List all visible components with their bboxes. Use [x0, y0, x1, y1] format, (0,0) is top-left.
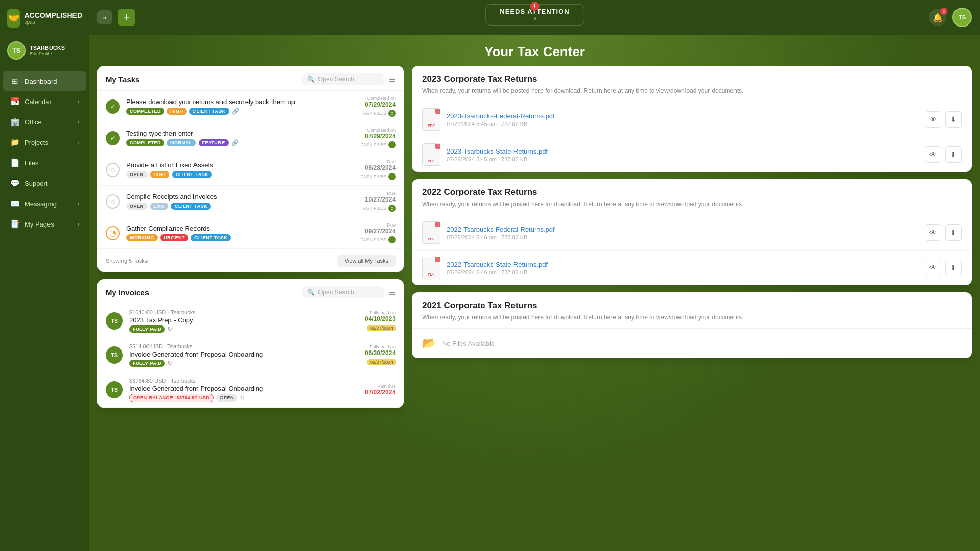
no-files-label: No Files Available [442, 340, 495, 347]
download-pdf-button[interactable]: ⬇ [945, 111, 962, 128]
task-files-count: 0 [388, 236, 396, 243]
inv-date: 06/30/2024 [365, 349, 396, 357]
logo-icon: 🤝 [7, 9, 20, 28]
task-content: Testing type then enter COMPLETED NORMAL… [126, 130, 355, 146]
inv-tags: FULLY PAID ↻ [129, 325, 359, 333]
attention-dot: ! [530, 2, 540, 11]
table-row: ○ Compile Receipts and Invoices OPEN LOW… [97, 186, 404, 217]
filter-icon[interactable]: ⚌ [389, 75, 396, 83]
inv-avatar: TS [106, 346, 123, 364]
office-icon: 🏢 [10, 117, 19, 127]
invoices-card-header: My Invoices 🔍 Open Search ⚌ [97, 279, 404, 304]
list-item: TS $514.80 USD · Tsarbucks Invoice Gener… [97, 338, 404, 372]
my-invoices-card: My Invoices 🔍 Open Search ⚌ TS $1040.00 … [97, 279, 404, 408]
task-check-open[interactable]: ○ [106, 194, 120, 209]
download-pdf-button[interactable]: ⬇ [945, 224, 962, 241]
sidebar-item-projects[interactable]: 📁 Projects › [3, 133, 86, 152]
view-all-tasks-button[interactable]: View all My Tasks [337, 255, 396, 267]
pdf-name: 2023-Tsarbucks-State-Returns.pdf [447, 147, 919, 155]
task-date: 10/27/2024 [361, 196, 396, 203]
tag-completed: COMPLETED [126, 139, 164, 146]
view-pdf-button[interactable]: 👁 [925, 146, 941, 163]
sidebar-item-files[interactable]: 📄 Files [3, 153, 86, 172]
inv-date-label: Past due [365, 384, 396, 389]
logo-area: 🤝 ACCOMPLISHED cpas [0, 0, 89, 35]
pdf-icon: PDF [422, 143, 440, 166]
task-files-label: TASK FILES [361, 111, 386, 116]
task-content: Gather Compliance Records WORKING URGENT… [126, 224, 355, 241]
inv-right: Fully paid on 06/30/2024 06/27/2024 [365, 344, 396, 366]
download-pdf-button[interactable]: ⬇ [945, 260, 962, 276]
chevron-right-icon: › [78, 201, 79, 207]
sidebar-item-mypages[interactable]: 📑 My Pages › [3, 214, 86, 234]
pdf-name: 2023-Tsarbucks-Federal-Returns.pdf [447, 112, 919, 120]
view-pdf-button[interactable]: 👁 [925, 111, 941, 128]
invoices-search[interactable]: 🔍 Open Search [302, 286, 384, 298]
task-check-working[interactable]: ◔ [106, 226, 120, 240]
sidebar-item-label: Support [24, 180, 79, 187]
task-date: 07/29/2024 [361, 133, 396, 140]
download-pdf-button[interactable]: ⬇ [945, 146, 962, 163]
table-row: ✓ Testing type then enter COMPLETED NORM… [97, 122, 404, 154]
task-check-completed[interactable]: ✓ [106, 131, 120, 145]
sidebar-item-label: Projects [24, 139, 72, 146]
task-check-completed[interactable]: ✓ [106, 99, 120, 114]
brand-sub: cpas [24, 19, 82, 26]
inv-name: Invoice Generated from Proposal Onboardi… [129, 350, 359, 358]
files-icon: 📄 [10, 158, 19, 167]
tasks-search[interactable]: 🔍 Open Search [302, 73, 384, 85]
task-files-count: 0 [388, 173, 396, 180]
inv-date-sub: 06/27/2024 [368, 359, 396, 365]
notification-button[interactable]: 🔔 2 [929, 9, 946, 26]
tag-high: HIGH [167, 108, 187, 115]
task-right: Due 08/28/2024 TASK FILES 0 [361, 159, 396, 180]
task-check-open[interactable]: ○ [106, 163, 120, 177]
main-area: « + ! NEEDS ATTENTION ∨ 🔔 2 TS Your Tax … [89, 0, 980, 551]
task-files: TASK FILES 0 [361, 236, 396, 243]
tag-low: LOW [150, 203, 169, 210]
sidebar-item-calendar[interactable]: 📅 Calendar › [3, 92, 86, 111]
tag-high: HIGH [150, 171, 170, 178]
dashboard-icon: ⊞ [10, 77, 19, 86]
collapse-button[interactable]: « [97, 10, 112, 24]
tax-returns-2021: 2021 Corporate Tax Returns When ready, y… [412, 292, 972, 358]
user-profile[interactable]: TS TSARBUCKS Edit Profile [0, 35, 89, 66]
refresh-icon[interactable]: ↻ [240, 394, 245, 402]
table-row: ◔ Gather Compliance Records WORKING URGE… [97, 217, 404, 249]
filter-icon[interactable]: ⚌ [389, 288, 396, 296]
add-button[interactable]: + [118, 9, 135, 26]
task-date: 09/27/2024 [361, 228, 396, 235]
task-content: Compile Receipts and Invoices OPEN LOW C… [126, 193, 355, 210]
tax-returns-2022: 2022 Corporate Tax Returns When ready, y… [412, 179, 972, 285]
sidebar-item-dashboard[interactable]: ⊞ Dashboard [3, 71, 86, 91]
refresh-icon[interactable]: ↻ [167, 325, 173, 333]
pdf-actions: 👁 ⬇ [925, 146, 962, 163]
table-row: ✓ Please download your returns and secur… [97, 91, 404, 122]
pdf-icon: PDF [422, 257, 440, 279]
task-date-label: Completed on [361, 96, 396, 101]
page-title: Your Tax Center [89, 35, 980, 66]
refresh-icon[interactable]: ↻ [167, 360, 173, 367]
view-pdf-button[interactable]: 👁 [925, 224, 941, 241]
notification-badge: 2 [940, 8, 947, 15]
task-content: Please download your returns and securel… [126, 98, 355, 115]
inv-name: 2023 Tax Prep - Copy [129, 316, 359, 324]
tag-feature: FEATURE [199, 139, 229, 146]
tag-normal: NORMAL [167, 139, 196, 146]
task-name: Please download your returns and securel… [126, 98, 355, 106]
sidebar-item-support[interactable]: 💬 Support [3, 173, 86, 193]
tag-working: WORKING [126, 234, 158, 241]
task-date: 08/28/2024 [361, 164, 396, 171]
brand-name: ACCOMPLISHED [24, 11, 82, 20]
view-pdf-button[interactable]: 👁 [925, 260, 941, 276]
attention-chevron-icon: ∨ [500, 15, 569, 22]
tax-card-header: 2022 Corporate Tax Returns When ready, y… [412, 179, 972, 215]
sidebar-item-messaging[interactable]: ✉️ Messaging › [3, 194, 86, 213]
sidebar-item-office[interactable]: 🏢 Office › [3, 112, 86, 132]
user-avatar-top[interactable]: TS [952, 8, 972, 27]
attention-banner[interactable]: ! NEEDS ATTENTION ∨ [485, 4, 584, 26]
list-item: TS $1040.00 USD · Tsarbucks 2023 Tax Pre… [97, 304, 404, 338]
task-files: TASK FILES 0 [361, 173, 396, 180]
task-files: TASK FILES 0 [361, 110, 396, 117]
pdf-info: 2023-Tsarbucks-State-Returns.pdf 07/29/2… [447, 147, 919, 162]
